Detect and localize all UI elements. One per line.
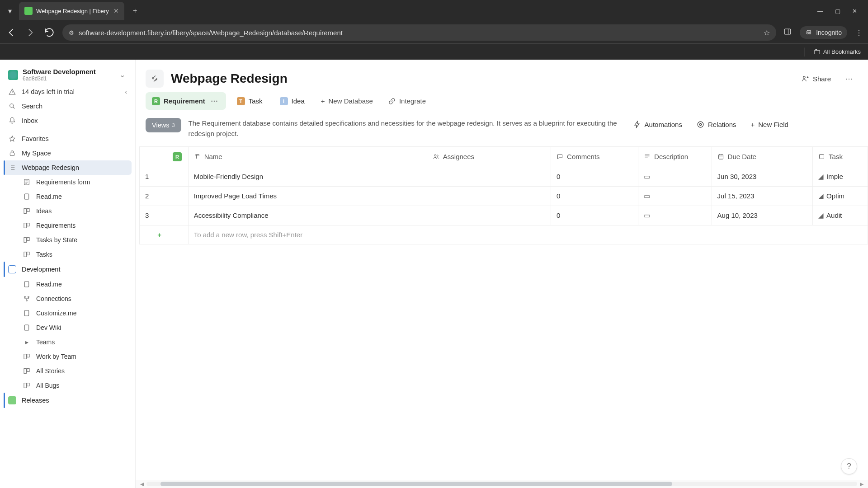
incognito-indicator[interactable]: Incognito: [800, 26, 847, 39]
sidebar-item-customize[interactable]: Customize.me: [4, 306, 132, 320]
cell-comments[interactable]: 0: [551, 186, 638, 206]
address-bar[interactable]: ⚙ software-development.fibery.io/fibery/…: [62, 24, 776, 41]
relations-button[interactable]: Relations: [693, 118, 740, 131]
cell-description[interactable]: ▭: [638, 167, 712, 186]
sidebar-item-ideas[interactable]: Ideas: [4, 204, 132, 218]
cell-comments[interactable]: 0: [551, 206, 638, 225]
scroll-right-icon[interactable]: ▶: [860, 481, 863, 487]
svg-point-28: [698, 122, 703, 127]
column-due-date[interactable]: Due Date: [712, 146, 812, 167]
row-type-badge: [167, 206, 188, 225]
sidebar-item-readme-1[interactable]: Read.me: [4, 189, 132, 204]
cell-task[interactable]: ◢Optim: [813, 186, 868, 206]
side-panel-icon[interactable]: [783, 28, 792, 38]
cell-comments[interactable]: 0: [551, 167, 638, 186]
sidebar-item-requirements-form[interactable]: Requirements form: [4, 175, 132, 189]
sidebar-item-requirements[interactable]: Requirements: [4, 218, 132, 233]
space-header-icon[interactable]: [146, 70, 164, 88]
sidebar-item-tasks-by-state[interactable]: Tasks by State: [4, 233, 132, 247]
column-name[interactable]: Name: [188, 146, 427, 167]
sidebar-inbox[interactable]: Inbox: [4, 113, 132, 128]
column-task[interactable]: Task: [813, 146, 868, 167]
chevron-down-icon[interactable]: ⌄: [118, 69, 127, 81]
window-minimize-icon[interactable]: —: [817, 8, 823, 14]
cell-name[interactable]: Improved Page Load Times: [188, 186, 427, 206]
svg-rect-26: [27, 383, 29, 386]
automations-button[interactable]: Automations: [630, 118, 686, 131]
integrate-button[interactable]: Integrate: [383, 94, 431, 108]
svg-rect-21: [24, 354, 26, 359]
workspace-switcher[interactable]: Software Development 6ad8d3d1 ⌄: [4, 65, 132, 84]
back-button[interactable]: [5, 27, 17, 38]
collapse-sidebar-icon[interactable]: ‹: [125, 88, 127, 95]
trial-notice[interactable]: 14 days left in trial ‹: [4, 84, 132, 99]
scroll-thumb[interactable]: [160, 482, 672, 486]
views-button[interactable]: Views 3: [146, 118, 181, 132]
site-settings-icon[interactable]: ⚙: [69, 29, 74, 36]
sidebar-item-readme-2[interactable]: Read.me: [4, 277, 132, 291]
cell-name[interactable]: Accessibility Compliance: [188, 206, 427, 225]
help-button[interactable]: ?: [841, 458, 857, 474]
cell-due-date[interactable]: Jun 30, 2023: [712, 167, 812, 186]
sidebar-item-teams[interactable]: ▸Teams: [4, 335, 132, 349]
window-close-icon[interactable]: ✕: [852, 8, 857, 14]
bookmark-divider: │: [803, 48, 807, 56]
all-bookmarks-button[interactable]: All Bookmarks: [814, 48, 861, 55]
sidebar-item-all-stories[interactable]: All Stories: [4, 364, 132, 378]
tab-search-dropdown[interactable]: ▾: [4, 5, 16, 17]
page-more-icon[interactable]: ⋯: [843, 72, 855, 86]
sidebar-space-webpage-redesign[interactable]: Webpage Redesign: [4, 160, 132, 175]
cell-due-date[interactable]: Aug 10, 2023: [712, 206, 812, 225]
table-row[interactable]: 2Improved Page Load Times0▭Jul 15, 2023◢…: [140, 186, 868, 206]
table[interactable]: R Name Assignees Comments Description Du…: [136, 146, 868, 480]
sidebar-my-space[interactable]: My Space: [4, 146, 132, 160]
sidebar-space-releases[interactable]: Releases: [4, 393, 132, 408]
sidebar-favorites[interactable]: Favorites: [4, 131, 132, 146]
new-field-button[interactable]: + New Field: [747, 118, 792, 131]
cell-description[interactable]: ▭: [638, 206, 712, 225]
new-database-button[interactable]: + New Database: [316, 94, 378, 108]
sidebar-item-all-bugs[interactable]: All Bugs: [4, 378, 132, 393]
type-badge-header: R: [167, 146, 188, 167]
cell-assignees[interactable]: [427, 186, 551, 206]
column-assignees[interactable]: Assignees: [427, 146, 551, 167]
db-tab-task[interactable]: T Task: [231, 93, 269, 110]
cell-due-date[interactable]: Jul 15, 2023: [712, 186, 812, 206]
sidebar-item-tasks[interactable]: Tasks: [4, 247, 132, 262]
db-tab-more-icon[interactable]: ⋯: [209, 97, 220, 105]
doc-icon: [23, 324, 31, 331]
table-row[interactable]: 3Accessibility Compliance0▭Aug 10, 2023◢…: [140, 206, 868, 225]
sidebar-item-connections[interactable]: Connections: [4, 291, 132, 306]
db-tab-idea[interactable]: I Idea: [274, 93, 311, 110]
window-maximize-icon[interactable]: ▢: [835, 8, 840, 14]
cell-name[interactable]: Mobile-Friendly Design: [188, 167, 427, 186]
column-description[interactable]: Description: [638, 146, 712, 167]
browser-tab[interactable]: Webpage Redesign | Fibery ✕: [19, 2, 124, 20]
sidebar-item-dev-wiki[interactable]: Dev Wiki: [4, 320, 132, 335]
sidebar-space-development[interactable]: Development: [4, 262, 132, 277]
bookmark-star-icon[interactable]: ☆: [764, 28, 770, 37]
scroll-left-icon[interactable]: ◀: [140, 481, 144, 487]
note-icon: ▭: [644, 192, 650, 200]
horizontal-scrollbar[interactable]: ◀ ▶: [136, 480, 868, 488]
add-row[interactable]: +To add a new row, press Shift+Enter: [140, 225, 868, 244]
cell-task[interactable]: ◢Audit: [813, 206, 868, 225]
cell-task[interactable]: ◢Imple: [813, 167, 868, 186]
sidebar-item-work-by-team[interactable]: Work by Team: [4, 349, 132, 364]
db-tab-requirement[interactable]: R Requirement ⋯: [146, 92, 226, 110]
cell-assignees[interactable]: [427, 167, 551, 186]
new-tab-button[interactable]: +: [129, 5, 142, 17]
column-comments[interactable]: Comments: [551, 146, 638, 167]
cell-description[interactable]: ▭: [638, 186, 712, 206]
table-row[interactable]: 1Mobile-Friendly Design0▭Jun 30, 2023◢Im…: [140, 167, 868, 186]
close-tab-icon[interactable]: ✕: [113, 7, 119, 14]
sidebar: Software Development 6ad8d3d1 ⌄ 14 days …: [0, 60, 136, 488]
chrome-menu-icon[interactable]: ⋮: [855, 28, 863, 37]
sidebar-search[interactable]: Search: [4, 99, 132, 113]
workspace-logo: [8, 70, 18, 80]
cell-assignees[interactable]: [427, 206, 551, 225]
share-button[interactable]: Share: [797, 72, 835, 85]
forward-button[interactable]: [24, 27, 36, 38]
reload-button[interactable]: [43, 27, 55, 38]
database-description[interactable]: The Requirement database contains detail…: [189, 118, 623, 139]
